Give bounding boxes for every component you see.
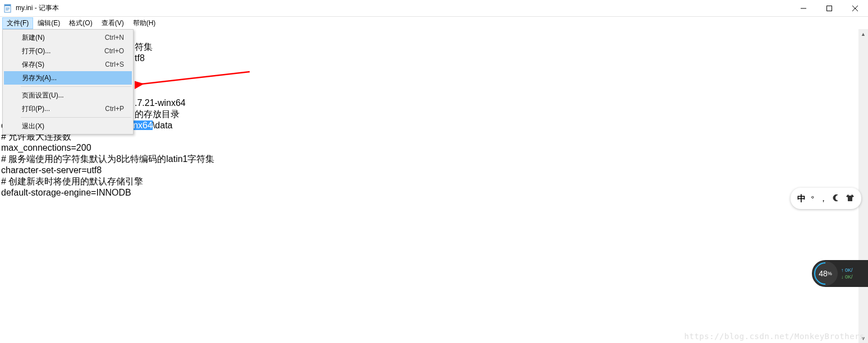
- text-fragment: 符集: [135, 42, 153, 52]
- menu-item-new[interactable]: 新建(N) Ctrl+N: [4, 31, 132, 44]
- file-dropdown: 新建(N) Ctrl+N 打开(O)... Ctrl+O 保存(S) Ctrl+…: [2, 29, 134, 135]
- text-line: \data: [153, 120, 173, 130]
- ime-moon-icon[interactable]: [833, 194, 841, 203]
- text-fragment: 的存放目录: [135, 109, 180, 119]
- menu-file[interactable]: 文件(F): [2, 17, 33, 29]
- text-fragment: tf8: [135, 53, 145, 63]
- menu-item-print[interactable]: 打印(P)... Ctrl+P: [4, 102, 132, 115]
- menu-separator: [21, 86, 131, 87]
- text-line: # 服务端使用的字符集默认为8比特编码的latin1字符集: [1, 154, 215, 164]
- menu-view[interactable]: 查看(V): [97, 17, 128, 29]
- window-title: my.ini - 记事本: [16, 3, 791, 13]
- watermark: https://blog.csdn.net/MonkeyBrothers: [685, 332, 865, 341]
- scroll-up-icon[interactable]: ▲: [858, 29, 868, 39]
- ime-mode[interactable]: 中: [797, 193, 806, 204]
- titlebar: my.ini - 记事本: [0, 0, 868, 17]
- menu-edit[interactable]: 编辑(E): [33, 17, 65, 29]
- minimize-button[interactable]: [791, 0, 816, 17]
- menu-item-page-setup[interactable]: 页面设置(U)...: [4, 89, 132, 102]
- ime-toolbar[interactable]: 中 ° ，: [791, 188, 861, 209]
- text-line: # 创建新表时将使用的默认存储引擎: [1, 177, 143, 186]
- menu-item-save[interactable]: 保存(S) Ctrl+S: [4, 58, 132, 71]
- menubar: 文件(F) 编辑(E) 格式(O) 查看(V) 帮助(H): [0, 17, 868, 29]
- menu-format[interactable]: 格式(O): [65, 17, 97, 29]
- ime-punct-half[interactable]: °: [811, 194, 814, 203]
- menu-item-open[interactable]: 打开(O)... Ctrl+O: [4, 44, 132, 58]
- net-speeds: ↑ 0K/ ↓ 0K/: [841, 267, 853, 280]
- text-line: character-set-server=utf8: [1, 165, 102, 175]
- window-controls: [791, 0, 868, 16]
- notepad-icon: [3, 4, 12, 13]
- ime-shirt-icon[interactable]: [846, 194, 855, 203]
- menu-help[interactable]: 帮助(H): [128, 17, 160, 29]
- menu-separator: [21, 117, 131, 118]
- menu-item-save-as[interactable]: 另存为(A)...: [4, 71, 132, 85]
- text-fragment: .7.21-winx64: [135, 98, 186, 108]
- vertical-scrollbar[interactable]: ▲ ▼: [858, 29, 868, 343]
- text-line: max_connections=200: [1, 143, 91, 152]
- close-button[interactable]: [842, 0, 868, 17]
- menu-item-exit[interactable]: 退出(X): [4, 119, 132, 133]
- svg-rect-6: [827, 6, 832, 11]
- text-line: default-storage-engine=INNODB: [1, 188, 131, 197]
- cpu-percent: 48%: [813, 261, 838, 286]
- network-widget[interactable]: 48% ↑ 0K/ ↓ 0K/: [812, 260, 868, 287]
- maximize-button[interactable]: [816, 0, 842, 17]
- ime-punct-cn[interactable]: ，: [819, 193, 828, 204]
- svg-rect-1: [4, 4, 11, 6]
